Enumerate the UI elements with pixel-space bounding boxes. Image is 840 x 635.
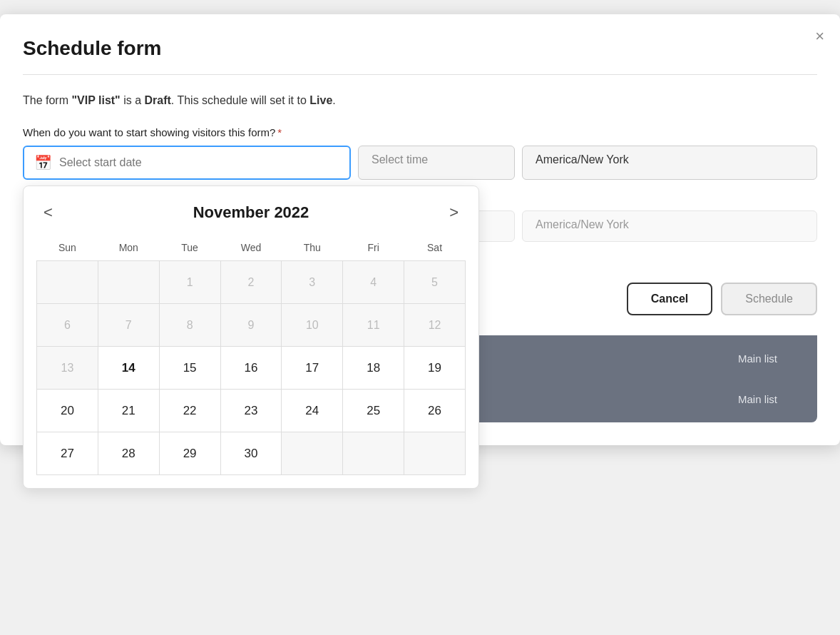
form-name: "VIP list"	[71, 94, 120, 106]
calendar-day: 1	[159, 261, 220, 304]
weekday-tue: Tue	[159, 238, 220, 261]
calendar-day: 12	[404, 304, 466, 347]
calendar-day[interactable]: 20	[37, 390, 98, 432]
calendar-day[interactable]: 27	[37, 432, 98, 475]
status-live: Live	[309, 94, 332, 106]
calendar-day	[98, 261, 159, 304]
calendar-day[interactable]: 29	[159, 432, 220, 475]
prev-month-button[interactable]: <	[36, 200, 60, 225]
required-star: *	[277, 126, 282, 138]
start-timezone-select[interactable]: America/New York	[522, 146, 817, 180]
calendar-day[interactable]: 15	[159, 347, 220, 390]
start-date-input[interactable]	[59, 156, 339, 169]
calendar-day[interactable]: 25	[343, 390, 404, 432]
calendar-day: 6	[37, 304, 98, 347]
desc-mid: is a	[121, 94, 145, 106]
calendar-day	[404, 432, 466, 475]
weekday-thu: Thu	[282, 238, 343, 261]
section1: When do you want to start showing visito…	[23, 126, 817, 180]
calendar-week-row: 20212223242526	[37, 390, 466, 432]
date-row-1: 📅 Select time America/New York < Novembe…	[23, 146, 817, 180]
calendar-icon: 📅	[34, 154, 52, 171]
calendar-day[interactable]: 19	[404, 347, 466, 390]
calendar-day: 11	[343, 304, 404, 347]
calendar-day	[282, 432, 343, 475]
calendar-week-row: 27282930	[37, 432, 466, 475]
weekday-header-row: Sun Mon Tue Wed Thu Fri Sat	[37, 238, 466, 261]
schedule-form-modal: × Schedule form The form "VIP list" is a…	[0, 14, 840, 445]
start-date-input-wrapper[interactable]: 📅	[23, 146, 351, 180]
bg-table-cell-2: Main list	[721, 387, 794, 411]
weekday-mon: Mon	[98, 238, 159, 261]
calendar-day[interactable]: 23	[220, 390, 282, 432]
calendar-day: 3	[282, 261, 343, 304]
calendar-grid: Sun Mon Tue Wed Thu Fri Sat 123456789101…	[36, 238, 466, 475]
calendar-day[interactable]: 14	[98, 347, 159, 390]
calendar-week-row: 13141516171819	[37, 347, 466, 390]
desc-prefix: The form	[23, 94, 71, 106]
calendar-day[interactable]: 16	[220, 347, 282, 390]
desc-suffix: .	[332, 94, 335, 106]
calendar-day[interactable]: 30	[220, 432, 282, 475]
calendar-day[interactable]: 26	[404, 390, 466, 432]
weekday-wed: Wed	[220, 238, 282, 261]
calendar-day	[343, 432, 404, 475]
calendar-day: 4	[343, 261, 404, 304]
calendar-day[interactable]: 21	[98, 390, 159, 432]
desc-mid2: . This schedule will set it to	[171, 94, 309, 106]
calendar-day[interactable]: 28	[98, 432, 159, 475]
calendar-day: 7	[98, 304, 159, 347]
close-button[interactable]: ×	[815, 27, 824, 46]
calendar-day: 10	[282, 304, 343, 347]
weekday-fri: Fri	[343, 238, 404, 261]
calendar-day: 2	[220, 261, 282, 304]
calendar-month-title: November 2022	[193, 203, 309, 222]
calendar-dropdown: < November 2022 > Sun Mon Tue Wed Thu	[23, 186, 479, 489]
start-time-select[interactable]: Select time	[358, 146, 515, 180]
schedule-button[interactable]: Schedule	[721, 283, 817, 315]
calendar-day: 13	[37, 347, 98, 390]
status-draft: Draft	[145, 94, 171, 106]
calendar-day: 5	[404, 261, 466, 304]
calendar-day[interactable]: 22	[159, 390, 220, 432]
calendar-week-row: 12345	[37, 261, 466, 304]
calendar-day[interactable]: 17	[282, 347, 343, 390]
calendar-day: 8	[159, 304, 220, 347]
modal-title: Schedule form	[23, 37, 817, 60]
modal-description: The form "VIP list" is a Draft. This sch…	[23, 92, 817, 109]
end-timezone-select[interactable]: America/New York	[522, 210, 817, 242]
weekday-sat: Sat	[404, 238, 466, 261]
bg-table-cell-1: Main list	[721, 347, 794, 370]
cancel-button[interactable]: Cancel	[627, 283, 712, 315]
calendar-day	[37, 261, 98, 304]
next-month-button[interactable]: >	[442, 200, 466, 225]
calendar-day[interactable]: 18	[343, 347, 404, 390]
calendar-body: 1234567891011121314151617181920212223242…	[37, 261, 466, 475]
calendar-header: < November 2022 >	[36, 200, 466, 225]
calendar-week-row: 6789101112	[37, 304, 466, 347]
calendar-day[interactable]: 24	[282, 390, 343, 432]
calendar-day: 9	[220, 304, 282, 347]
modal-divider	[23, 74, 817, 75]
section1-label: When do you want to start showing visito…	[23, 126, 817, 138]
modal-overlay: × Schedule form The form "VIP list" is a…	[0, 14, 840, 635]
weekday-sun: Sun	[37, 238, 98, 261]
